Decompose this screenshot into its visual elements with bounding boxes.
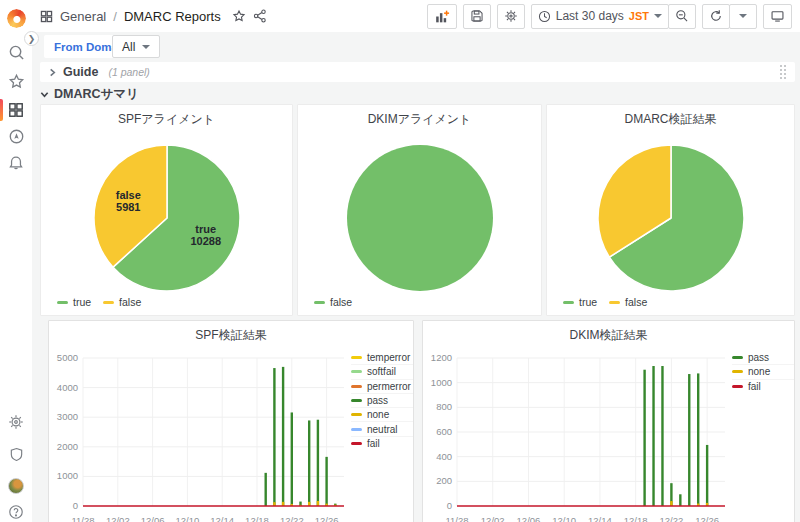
legend-item[interactable]: pass [351,394,413,408]
panel-title[interactable]: DKIMアライメント [298,111,541,128]
panel-dkim-alignment: DKIMアライメント false [297,104,542,316]
pie-slice-label: false5981 [115,189,140,213]
bar-pass [697,373,699,506]
zoom-out-button[interactable] [668,4,696,29]
row-dmarc-summary-expanded[interactable]: DMARCサマリ [40,86,139,102]
bar-pass [652,366,654,506]
legend-item[interactable]: false [314,296,352,308]
starred-icon[interactable] [0,69,32,93]
legend-item[interactable]: fail [351,437,413,451]
explore-compass-icon[interactable] [0,124,32,148]
legend-label: softfail [367,366,396,377]
x-axis-tick-label: 12/26 [695,515,719,522]
time-range-picker[interactable]: Last 30 days JST [531,4,669,29]
legend-color-dash [351,413,362,416]
panel-dmarc-result: DMARC検証結果 truefalse [546,104,795,316]
y-axis-tick-label: 5000 [57,352,78,363]
variable-value-dropdown[interactable]: All [112,35,160,58]
legend-color-dash [103,301,114,304]
legend-item[interactable]: pass [732,351,794,365]
row-guide-label: Guide [63,65,98,79]
row-guide-panel-count: (1 panel) [108,66,149,78]
legend-item[interactable]: temperror [351,351,413,365]
grafana-logo[interactable] [0,6,32,30]
panel-title[interactable]: SPFアライメント [41,111,292,128]
panel-add-button[interactable] [427,4,457,29]
legend-item[interactable]: true [57,296,91,308]
y-axis-tick-label: 600 [436,426,452,437]
save-dashboard-button[interactable] [463,4,491,29]
user-avatar[interactable] [0,474,32,498]
dashboard-toolbar: Last 30 days JST [427,4,792,29]
legend-color-dash [732,385,743,388]
panel-title[interactable]: DMARC検証結果 [547,111,794,128]
legend-item[interactable]: none [732,365,794,379]
bar-pass [291,412,293,506]
bar-pass [325,457,327,506]
legend-color-dash [351,356,362,359]
caret-down-icon [654,14,662,18]
breadcrumb-folder[interactable]: General [60,9,106,24]
legend-item[interactable]: permerror [351,380,413,394]
bar-pass [661,366,663,506]
row-guide-collapsed[interactable]: Guide (1 panel) [40,62,795,82]
pie-chart-dkim-alignment [345,143,495,293]
bar-pass [308,420,310,506]
legend-item[interactable]: neutral [351,422,413,436]
grafana-dashboard: { "header": { "breadcrumb": { "section":… [0,0,800,522]
chart-legend: passnonefail [732,351,794,394]
x-axis-tick-label: 12/18 [624,515,648,522]
y-axis-tick-label: 2000 [57,441,78,452]
clock-icon [538,10,551,23]
legend-label: temperror [367,352,410,363]
dashboards-icon[interactable] [0,98,32,122]
panel-dkim-verification: DKIM検証結果 11/2812/0212/0612/1012/1412/181… [422,320,795,522]
y-axis-tick-label: 1000 [57,470,78,481]
breadcrumb-dashboard-title[interactable]: DMARC Reports [124,9,221,24]
x-axis-tick-label: 11/28 [445,515,468,522]
pie-chart-dmarc-result [596,143,746,293]
help-icon[interactable] [0,500,32,522]
legend-item[interactable]: false [609,296,647,308]
legend-item[interactable]: false [103,296,141,308]
dashboard-settings-button[interactable] [497,4,525,29]
x-axis-tick-label: 12/22 [280,515,304,522]
sidebar [0,0,32,522]
caret-down-icon [142,45,150,49]
x-axis-tick-label: 12/18 [245,515,269,522]
x-axis-tick-label: 12/10 [552,515,576,522]
legend-item[interactable]: fail [732,380,794,394]
kiosk-mode-button[interactable] [763,4,792,29]
x-axis-tick-label: 12/14 [588,515,612,522]
favorite-star-icon[interactable] [232,9,246,23]
pie-legend: truefalse [57,296,141,308]
x-axis-tick-label: 12/22 [660,515,684,522]
variable-selected-value: All [122,40,135,54]
refresh-interval-dropdown[interactable] [729,4,757,29]
configuration-gear-icon[interactable] [0,410,32,434]
legend-item[interactable]: none [351,408,413,422]
top-header: General / DMARC Reports Last 30 days JST [32,0,800,32]
bar-pass [282,367,284,506]
legend-color-dash [609,301,620,304]
pie-slice-false[interactable] [347,145,493,291]
chevron-right-icon [48,68,57,77]
legend-item[interactable]: true [563,296,597,308]
sidebar-expand-button[interactable]: ❯ [24,31,39,46]
legend-item[interactable]: softfail [351,365,413,379]
y-axis-tick-label: 1200 [431,352,452,363]
chevron-down-icon [40,90,49,99]
server-admin-shield-icon[interactable] [0,442,32,466]
row-drag-handle[interactable] [780,65,787,80]
legend-label: permerror [367,381,411,392]
refresh-button[interactable] [702,4,730,29]
share-icon[interactable] [253,9,267,23]
alerting-bell-icon[interactable] [0,150,32,174]
bar-pass [688,374,690,506]
legend-label: none [748,366,770,377]
bar-pass [265,473,267,506]
y-axis-tick-label: 200 [436,475,452,486]
y-axis-tick-label: 800 [436,401,452,412]
legend-color-dash [57,301,68,304]
legend-color-dash [732,370,743,373]
